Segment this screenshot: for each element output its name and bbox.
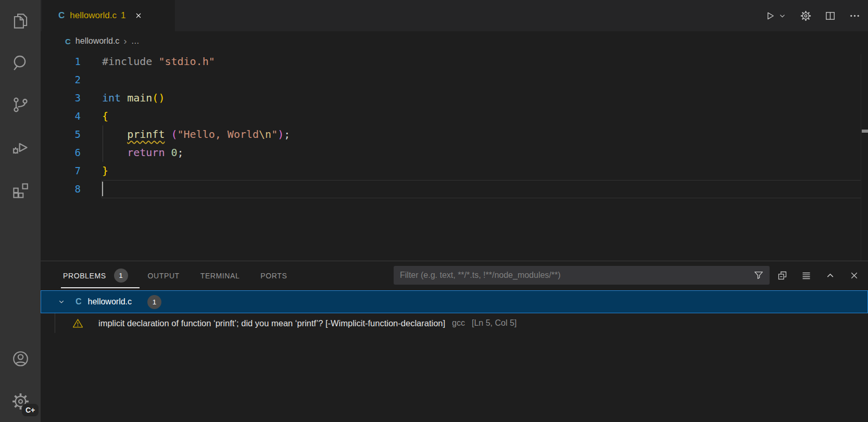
tab-problem-count: 1 <box>121 10 125 21</box>
code-line[interactable]: 2 <box>41 71 868 89</box>
line-content: int main() <box>81 89 165 107</box>
collapse-all-icon[interactable] <box>777 270 788 281</box>
line-content <box>81 180 102 198</box>
warning-icon <box>72 318 83 329</box>
line-number: 3 <box>41 89 81 107</box>
code-line[interactable]: 8 <box>41 180 868 198</box>
tab-terminal[interactable]: TERMINAL <box>200 272 240 280</box>
line-number: 6 <box>41 144 81 162</box>
breadcrumb-separator: › <box>123 35 127 47</box>
settings-gear-icon[interactable] <box>800 10 812 22</box>
line-content: return 0; <box>81 144 184 162</box>
activity-explorer-button[interactable] <box>0 6 41 35</box>
tab-ports[interactable]: PORTS <box>260 272 287 280</box>
code-line[interactable]: 4{ <box>41 107 868 125</box>
search-icon <box>11 53 30 72</box>
run-dropdown-icon[interactable] <box>778 12 786 20</box>
line-content <box>81 71 102 89</box>
code-line[interactable]: 1#include "stdio.h" <box>41 53 868 71</box>
more-actions-icon[interactable] <box>849 10 861 22</box>
activity-run-debug-button[interactable] <box>0 133 41 162</box>
breadcrumb-symbol[interactable]: … <box>131 36 140 46</box>
tab-title: helloworld.c <box>70 10 117 21</box>
chevron-down-icon[interactable] <box>57 297 66 306</box>
panel-titlebar: PROBLEMS 1 OUTPUT TERMINAL PORTS <box>41 261 868 290</box>
tab-problems-label: PROBLEMS <box>63 272 106 280</box>
vscode-window: C+ C helloworld.c 1 <box>0 0 868 422</box>
group-file-name: helloworld.c <box>88 297 132 306</box>
account-icon <box>11 349 30 368</box>
editor-actions <box>764 0 861 31</box>
overview-ruler <box>861 54 861 261</box>
problems-filter <box>394 266 770 285</box>
extensions-icon <box>11 181 30 200</box>
filter-input[interactable] <box>394 271 770 280</box>
problems-file-group-row[interactable]: C helloworld.c 1 <box>41 290 868 313</box>
code-line[interactable]: 7} <box>41 162 868 180</box>
line-content: #include "stdio.h" <box>81 53 215 71</box>
c-language-icon: C <box>65 37 71 46</box>
code-line[interactable]: 5 prinft ("Hello, World\n"); <box>41 125 868 144</box>
problem-message: implicit declaration of function ‘prinft… <box>98 318 445 328</box>
problem-text: implicit declaration of function ‘prinft… <box>98 318 517 328</box>
line-number: 7 <box>41 162 81 180</box>
activity-source-control-button[interactable] <box>0 90 41 119</box>
line-number: 4 <box>41 107 81 125</box>
split-editor-icon[interactable] <box>824 10 836 22</box>
filter-funnel-icon[interactable] <box>753 270 764 281</box>
panel-actions <box>764 261 860 290</box>
source-control-icon <box>11 95 30 114</box>
tab-output[interactable]: OUTPUT <box>148 272 180 280</box>
language-badge: C+ <box>22 404 39 416</box>
problems-count-badge: 1 <box>114 268 128 283</box>
tree-indent-guide <box>55 313 55 333</box>
close-tab-icon[interactable] <box>134 11 143 20</box>
line-number: 5 <box>41 125 81 144</box>
code-line[interactable]: 6 return 0; <box>41 144 868 162</box>
breadcrumb[interactable]: C helloworld.c › … <box>65 31 140 51</box>
view-as-list-icon[interactable] <box>801 270 812 281</box>
maximize-panel-icon[interactable] <box>825 270 836 281</box>
group-problem-count-badge: 1 <box>147 295 161 309</box>
line-content: } <box>81 162 108 180</box>
active-panel-tab-underline <box>61 287 140 288</box>
text-cursor <box>102 182 103 196</box>
code-area[interactable]: 1#include "stdio.h"23int main()4{5 prinf… <box>41 53 868 198</box>
activity-extensions-button[interactable] <box>0 175 41 204</box>
c-language-icon: C <box>58 10 65 21</box>
accounts-button[interactable] <box>0 344 41 373</box>
activity-search-button[interactable] <box>0 48 41 77</box>
line-content: { <box>81 107 108 125</box>
problem-source: gcc <box>452 318 465 328</box>
line-number: 2 <box>41 71 81 89</box>
panel-tabs: PROBLEMS 1 OUTPUT TERMINAL PORTS <box>63 261 287 290</box>
bottom-panel: PROBLEMS 1 OUTPUT TERMINAL PORTS <box>41 261 868 422</box>
tab-bar: C helloworld.c 1 <box>41 0 868 31</box>
close-panel-icon[interactable] <box>849 270 860 281</box>
breadcrumb-file[interactable]: helloworld.c <box>76 36 119 46</box>
line-number: 1 <box>41 53 81 71</box>
overview-ruler-warning-marker[interactable] <box>862 130 868 133</box>
code-line[interactable]: 3int main() <box>41 89 868 107</box>
run-debug-icon <box>11 138 30 157</box>
line-number: 8 <box>41 180 81 198</box>
problem-location: [Ln 5, Col 5] <box>472 318 517 328</box>
editor: C helloworld.c › … 1#include "stdio.h"23… <box>41 31 868 261</box>
c-language-icon: C <box>76 297 82 306</box>
tab-helloworld-c[interactable]: C helloworld.c 1 <box>42 0 175 31</box>
problem-row[interactable]: implicit declaration of function ‘prinft… <box>41 313 868 333</box>
run-code-button[interactable] <box>764 10 776 22</box>
files-icon <box>11 11 30 31</box>
activity-bar: C+ <box>0 0 41 422</box>
tab-problems[interactable]: PROBLEMS 1 <box>63 268 128 283</box>
line-content: prinft ("Hello, World\n"); <box>81 125 290 144</box>
